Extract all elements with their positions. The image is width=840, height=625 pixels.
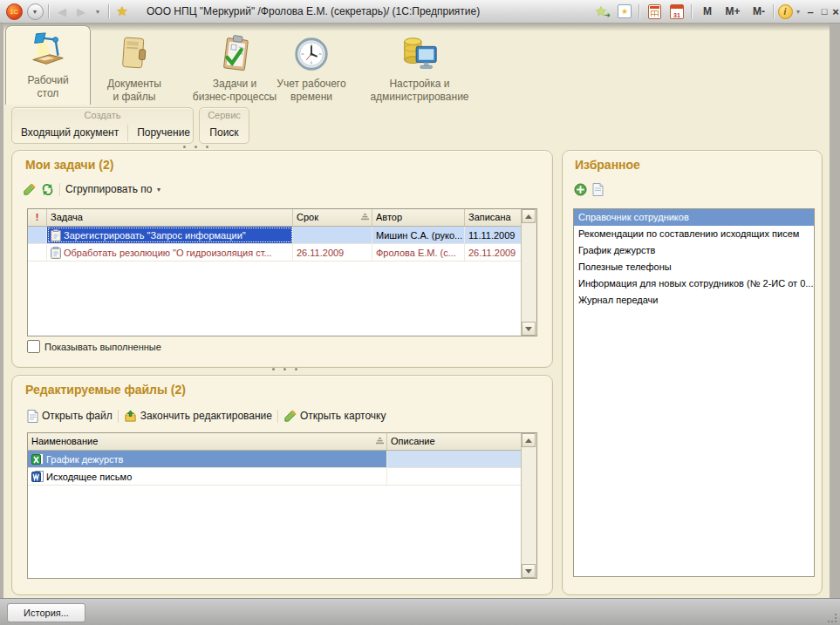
edit-task-button[interactable] [23, 183, 36, 196]
excel-file-icon [31, 453, 44, 465]
finish-editing-button[interactable]: Закончить редактирование [124, 410, 272, 423]
recorded-cell: 26.11.2009 [465, 244, 522, 261]
pencil-icon [23, 183, 36, 196]
resize-grip[interactable] [828, 614, 837, 622]
incoming-document-button[interactable]: Входящий документ [12, 125, 127, 141]
tab-label: Учет рабочеговремени [277, 78, 345, 104]
history-dropdown-icon[interactable]: ▼ [92, 0, 103, 23]
finish-editing-icon [124, 410, 137, 423]
list-item[interactable]: График дежурств [574, 242, 814, 259]
back-button[interactable]: ◀ [54, 0, 70, 23]
main-menu-button[interactable]: ▼ [26, 0, 44, 23]
show-favorites-button[interactable]: ★ [616, 0, 633, 23]
table-row[interactable]: График дежурств [28, 451, 522, 468]
name-column-header[interactable]: Наименование [28, 433, 387, 450]
priority-cell [28, 227, 47, 243]
open-card-button[interactable]: Открыть карточку [283, 410, 386, 423]
info-dropdown-icon[interactable]: ▼ [794, 0, 802, 23]
tab-label: Рабочийстол [27, 74, 68, 100]
files-toolbar: Открыть файл Закончить редактирование От… [27, 407, 386, 425]
memory-add-button[interactable]: M+ [720, 0, 745, 23]
files-table-header: Наименование Описание [28, 433, 522, 451]
status-bar: История... [0, 598, 840, 625]
add-favorite-button[interactable]: ★ [591, 0, 611, 23]
tab-documents-files[interactable]: Документыи файлы [94, 30, 174, 103]
description-column-header[interactable]: Описание [387, 433, 522, 450]
divider [639, 4, 639, 18]
list-item[interactable]: Рекомендации по составлению исходящих пи… [574, 226, 814, 242]
table-row[interactable]: Исходящее письмо [28, 468, 522, 486]
scroll-down-button[interactable] [522, 564, 536, 578]
calculator-button[interactable] [645, 0, 663, 23]
tasks-table-header: ! Задача Срок Автор Записана [28, 209, 522, 227]
group-by-button[interactable]: Сгруппировать по▼ [65, 183, 161, 195]
database-computer-icon [400, 34, 440, 74]
file-name-cell[interactable]: Исходящее письмо [28, 468, 387, 485]
list-item[interactable]: Полезные телефоны [574, 259, 814, 275]
scroll-down-button[interactable] [522, 322, 536, 336]
favorites-star-icon[interactable]: ★ [113, 0, 131, 23]
list-item[interactable]: Справочник сотрудников [574, 209, 814, 226]
author-column-header[interactable]: Автор [372, 209, 465, 226]
show-completed-checkbox[interactable]: Показывать выполненные [27, 340, 161, 353]
priority-column-header[interactable]: ! [28, 209, 47, 226]
memory-recall-button[interactable]: M [698, 0, 717, 23]
memory-subtract-button[interactable]: M- [747, 0, 771, 23]
tasks-toolbar: Сгруппировать по▼ [23, 180, 161, 198]
calendar-button[interactable]: 31 [668, 0, 686, 23]
due-column-header[interactable]: Срок [293, 209, 372, 226]
tab-time-tracking[interactable]: Учет рабочеговремени [266, 30, 357, 103]
open-file-button[interactable]: Открыть файл [27, 410, 113, 423]
list-item[interactable]: Журнал передачи [574, 292, 814, 309]
minimize-button[interactable]: – [804, 0, 816, 23]
task-column-header[interactable]: Задача [47, 209, 293, 226]
forward-button[interactable]: ▶ [73, 0, 89, 23]
task-item-icon [51, 247, 61, 259]
maximize-button[interactable]: □ [818, 0, 830, 23]
document-icon [592, 183, 604, 196]
divider [59, 183, 60, 196]
task-cell[interactable]: Зарегистрировать "Запрос информации" [47, 227, 293, 243]
service-command-group: Сервис Поиск [199, 107, 249, 144]
table-row[interactable]: Обработать резолюцию "О гидроизоляция ст… [28, 244, 522, 262]
sort-ascending-icon [361, 209, 369, 226]
scroll-up-button[interactable] [522, 433, 536, 447]
vertical-scrollbar[interactable] [521, 433, 536, 578]
recorded-column-header[interactable]: Записана [465, 209, 522, 226]
file-name-cell[interactable]: График дежурств [28, 451, 387, 467]
search-button[interactable]: Поиск [201, 125, 247, 141]
my-tasks-panel: Мои задачи (2) Сгруппировать по▼ [11, 150, 553, 368]
tab-settings-administration[interactable]: Настройка иадминистрирование [362, 30, 477, 103]
documents-folder-icon [114, 34, 154, 74]
errand-button[interactable]: Поручение [127, 125, 199, 141]
plus-icon [574, 183, 587, 196]
divider [277, 410, 278, 423]
scroll-up-button[interactable] [522, 209, 536, 223]
chevron-down-icon: ▼ [27, 3, 44, 20]
info-button[interactable]: i [777, 0, 793, 23]
star-box-icon: ★ [618, 4, 632, 18]
app-menu-button[interactable]: 1С [5, 0, 23, 23]
tab-desktop[interactable]: Рабочийстол [5, 25, 91, 105]
add-favorite-item-button[interactable] [574, 183, 587, 196]
due-cell [293, 227, 372, 243]
splitter-handle[interactable] [272, 368, 297, 370]
clipboard-check-icon [215, 34, 255, 74]
table-row[interactable]: Зарегистрировать "Запрос информации" Миш… [28, 227, 522, 244]
file-description-cell [387, 451, 522, 467]
pencil-icon [283, 410, 297, 423]
close-button[interactable]: × [830, 0, 840, 23]
splitter-handle[interactable] [183, 146, 208, 148]
open-favorite-button[interactable] [592, 183, 604, 196]
checkbox-icon [27, 340, 40, 353]
divider [108, 4, 109, 18]
history-button[interactable]: История... [7, 603, 85, 622]
due-cell: 26.11.2009 [293, 244, 372, 261]
list-item[interactable]: Информация для новых сотрудников (№ 2-ИС… [574, 275, 814, 292]
task-cell[interactable]: Обработать резолюцию "О гидроизоляция ст… [47, 244, 293, 261]
priority-cell [28, 244, 47, 261]
refresh-button[interactable] [41, 183, 54, 196]
title-bar: 1С ▼ ◀ ▶ ▼ ★ ООО НПЦ "Меркурий" /Фролова… [0, 0, 840, 24]
favorites-list: Справочник сотрудников Рекомендации по с… [573, 208, 815, 577]
vertical-scrollbar[interactable] [521, 209, 536, 336]
